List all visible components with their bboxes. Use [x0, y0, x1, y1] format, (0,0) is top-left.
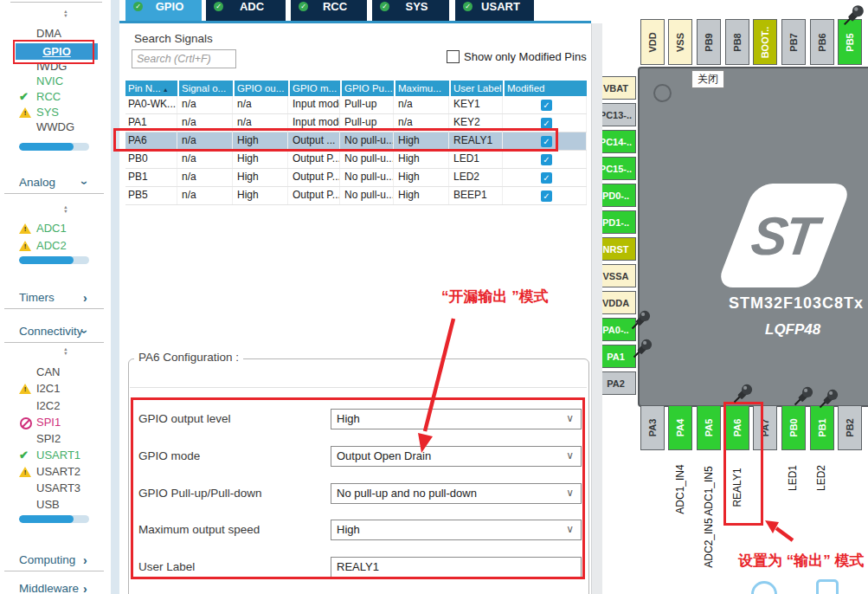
- column-header-4[interactable]: GPIO Pu...: [342, 81, 394, 96]
- pin-pb0[interactable]: PB0: [781, 405, 806, 450]
- tab-adc[interactable]: ✓ADC: [206, 0, 286, 21]
- modified-checkbox[interactable]: ✓: [541, 172, 552, 184]
- sidebar-section-analog[interactable]: Analog›: [19, 176, 106, 189]
- cell[interactable]: n/a: [235, 96, 288, 113]
- pin-pa2[interactable]: PA2: [602, 371, 636, 395]
- table-row-pb1[interactable]: PB1n/aHighOutput P...No pull-u...HighLED…: [125, 169, 587, 187]
- column-header-3[interactable]: GPIO m...: [290, 81, 340, 96]
- pin-pb9[interactable]: PB9: [697, 19, 721, 65]
- cell[interactable]: High: [235, 169, 288, 186]
- cell[interactable]: No pull-u...: [342, 151, 394, 168]
- cell[interactable]: Output P...: [290, 151, 340, 168]
- cell[interactable]: High: [395, 169, 449, 186]
- cell[interactable]: n/a: [235, 114, 288, 132]
- cell[interactable]: High: [235, 132, 288, 150]
- sidebar-item-i2c1[interactable]: !I2C1: [0, 381, 111, 397]
- cell[interactable]: High: [235, 151, 288, 168]
- zoom-control-icon[interactable]: [751, 581, 777, 594]
- cell[interactable]: High: [235, 187, 288, 204]
- pin-pc14[interactable]: PC14-..: [602, 130, 636, 153]
- cell[interactable]: Output ...: [290, 132, 340, 150]
- cell[interactable]: PB0: [125, 151, 177, 168]
- pin-boot[interactable]: BOOT..: [753, 19, 777, 65]
- pin-vss[interactable]: VSS: [668, 19, 692, 65]
- modified-checkbox[interactable]: ✓: [541, 190, 552, 202]
- pin-vdda[interactable]: VDDA: [602, 291, 636, 314]
- cell[interactable]: Input mode: [290, 114, 340, 132]
- sidebar-item-usart1[interactable]: ✔USART1: [0, 448, 111, 464]
- pin-pb7[interactable]: PB7: [781, 19, 806, 65]
- sidebar-item-spi2[interactable]: SPI2: [0, 431, 111, 448]
- sidebar-section-middleware[interactable]: Middleware›: [19, 582, 106, 594]
- pin-pb5[interactable]: PB5: [838, 19, 862, 65]
- column-header-0[interactable]: Pin N...▲: [125, 81, 177, 96]
- column-header-2[interactable]: GPIO ou...: [235, 81, 288, 96]
- sidebar-item-usart2[interactable]: !USART2: [0, 464, 111, 481]
- pin-pb2[interactable]: PB2: [838, 405, 862, 450]
- cell[interactable]: n/a: [179, 132, 233, 150]
- pin-pa5[interactable]: PA5: [697, 405, 721, 450]
- sidebar-item-dma[interactable]: DMA: [0, 26, 111, 42]
- cell[interactable]: High: [395, 187, 449, 204]
- pin-nrst[interactable]: NRST: [602, 237, 636, 261]
- pin-pa1[interactable]: PA1: [602, 345, 636, 368]
- cell[interactable]: n/a: [179, 151, 233, 168]
- pin-pb6[interactable]: PB6: [810, 19, 834, 65]
- sidebar-item-can[interactable]: CAN: [0, 365, 111, 381]
- table-row-pa0wk[interactable]: PA0-WK...n/an/aInput modePull-upn/aKEY1✓: [125, 96, 587, 114]
- table-row-pb0[interactable]: PB0n/aHighOutput P...No pull-u...HighLED…: [125, 151, 587, 169]
- modified-checkbox[interactable]: ✓: [541, 118, 552, 129]
- pin-vdd[interactable]: VDD: [640, 19, 665, 65]
- collapse-spinner[interactable]: ▴▾: [61, 204, 71, 213]
- modified-checkbox[interactable]: ✓: [541, 100, 552, 111]
- modified-checkbox[interactable]: ✓: [541, 136, 552, 147]
- pin-pa3[interactable]: PA3: [640, 405, 665, 450]
- cell[interactable]: REALY1: [451, 132, 503, 150]
- cell[interactable]: KEY1: [451, 96, 503, 113]
- pin-pa7[interactable]: PA7: [753, 405, 777, 450]
- cell[interactable]: No pull-u...: [342, 132, 394, 150]
- sidebar-item-gpio[interactable]: GPIO: [16, 43, 98, 60]
- pin-pd1[interactable]: PD1-..: [602, 210, 636, 234]
- pin-pd0[interactable]: PD0-..: [602, 184, 636, 207]
- cell[interactable]: n/a: [179, 187, 233, 204]
- collapse-spinner[interactable]: ▴▾: [61, 9, 71, 17]
- sidebar-section-timers[interactable]: Timers›: [19, 291, 106, 304]
- cell[interactable]: Input mode: [290, 96, 340, 113]
- tab-sys[interactable]: ✓SYS: [372, 0, 449, 21]
- cell[interactable]: High: [395, 151, 449, 168]
- cell[interactable]: No pull-u...: [342, 169, 394, 186]
- pin-pa0[interactable]: PA0-..: [602, 318, 636, 341]
- table-row-pb5[interactable]: PB5n/aHighOutput P...No pull-u...HighBEE…: [125, 187, 587, 205]
- tab-usart[interactable]: ✓USART: [455, 0, 534, 21]
- sidebar-item-wwdg[interactable]: WWDG: [0, 119, 111, 136]
- gpio-mode-select[interactable]: Output Open Drain∨: [331, 446, 582, 467]
- tab-rcc[interactable]: ✓RCC: [291, 0, 367, 21]
- sidebar-section-computing[interactable]: Computing›: [19, 553, 106, 566]
- cell[interactable]: PB1: [125, 169, 177, 186]
- show-only-modified-checkbox[interactable]: [447, 50, 460, 63]
- user-label-input[interactable]: REALY1: [331, 557, 582, 578]
- search-input[interactable]: [132, 49, 236, 68]
- cell[interactable]: LED1: [451, 151, 503, 168]
- cell[interactable]: PA1: [125, 114, 177, 132]
- cell[interactable]: Pull-up: [342, 114, 394, 132]
- sidebar-item-nvic[interactable]: NVIC: [0, 74, 111, 90]
- pin-vbat[interactable]: VBAT: [602, 76, 636, 100]
- table-row-pa1[interactable]: PA1n/an/aInput modePull-upn/aKEY2✓: [125, 114, 587, 132]
- cell[interactable]: BEEP1: [451, 187, 503, 204]
- pin-vssa[interactable]: VSSA: [602, 264, 636, 287]
- cell[interactable]: PA0-WK...: [125, 96, 177, 113]
- table-row-pa6[interactable]: PA6n/aHighOutput ...No pull-u...HighREAL…: [125, 132, 587, 151]
- cell[interactable]: n/a: [179, 169, 233, 186]
- cell[interactable]: n/a: [395, 114, 449, 132]
- sidebar-item-usb[interactable]: USB: [0, 497, 111, 513]
- cell[interactable]: PB5: [125, 187, 177, 204]
- column-header-7[interactable]: Modified: [505, 81, 587, 96]
- cell[interactable]: PA6: [125, 132, 177, 150]
- gpio-output-level-select[interactable]: High∨: [331, 409, 582, 429]
- cell[interactable]: Pull-up: [342, 96, 394, 113]
- cell[interactable]: n/a: [395, 96, 449, 113]
- pin-pc15[interactable]: PC15-..: [602, 157, 636, 180]
- cell[interactable]: LED2: [451, 169, 503, 186]
